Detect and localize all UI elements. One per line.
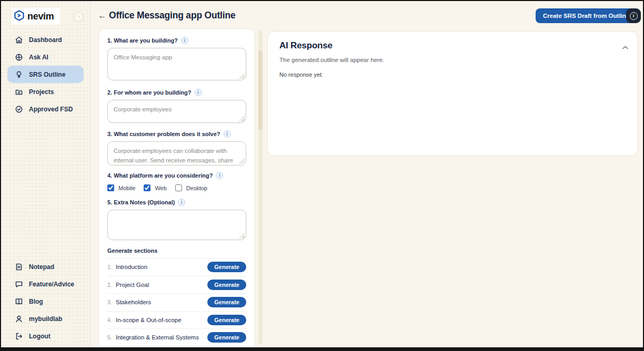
platform-desktop-label: Desktop bbox=[186, 185, 207, 191]
generate-project-goal-button[interactable]: Generate bbox=[207, 280, 246, 290]
sidebar-item-dashboard[interactable]: Dashboard bbox=[7, 31, 84, 48]
section-row-stakeholders: 3. Stakeholders Generate bbox=[107, 294, 246, 312]
sidebar-item-feature-advice[interactable]: Feature/Advice bbox=[7, 275, 84, 293]
sidebar-item-logout[interactable]: Logout bbox=[7, 327, 84, 345]
sidebar-footer-nav: Notepad Feature/Advice Blog mybuildlab bbox=[7, 258, 84, 345]
sidebar-collapse-button[interactable]: ‹ bbox=[74, 12, 84, 22]
sidebar-item-approved-fsd[interactable]: Approved FSD bbox=[7, 100, 84, 118]
sidebar-main-nav: Dashboard Ask AI SRS Outline Projects bbox=[7, 31, 84, 118]
user-icon bbox=[15, 315, 23, 323]
ai-response-title: AI Response bbox=[279, 40, 626, 51]
check-circle-icon bbox=[15, 105, 23, 113]
lightbulb-icon bbox=[15, 70, 23, 79]
create-srs-draft-button[interactable]: Create SRS Draft from Outline bbox=[536, 8, 637, 23]
brand-name: nevim bbox=[27, 11, 54, 22]
question-3-label: 3. What customer problem does it solve? … bbox=[107, 130, 246, 138]
question-2-label: 2. For whom are you building? i bbox=[107, 89, 246, 96]
sidebar-item-label: Feature/Advice bbox=[29, 281, 74, 288]
sidebar-item-label: Approved FSD bbox=[29, 106, 73, 113]
section-row-integration: 5. Integration & External Systems Genera… bbox=[107, 329, 246, 347]
platform-mobile-checkbox[interactable] bbox=[107, 184, 114, 191]
chat-icon bbox=[15, 280, 23, 288]
platform-mobile-label: Mobile bbox=[118, 185, 135, 191]
generate-introduction-button[interactable]: Generate bbox=[207, 262, 246, 272]
question-5-label: 5. Extra Notes (Optional) i bbox=[107, 199, 246, 206]
sidebar-item-label: Blog bbox=[29, 298, 43, 305]
question-1-label: 1. What are you building? i bbox=[107, 37, 246, 44]
for-whom-textarea[interactable]: Corporate employees bbox=[107, 100, 246, 123]
generate-stakeholders-button[interactable]: Generate bbox=[207, 297, 246, 307]
info-icon[interactable]: i bbox=[216, 172, 223, 179]
app-window: nevim ‹ Dashboard Ask AI SRS Outline bbox=[0, 0, 644, 351]
ai-response-subtitle: The generated outline will appear here. bbox=[279, 57, 626, 63]
folder-icon bbox=[15, 88, 23, 96]
section-row-feature-list: 6. Feature List Generate bbox=[107, 347, 246, 351]
nevim-hexagon-logo-icon bbox=[13, 9, 25, 24]
sidebar-item-label: SRS Outline bbox=[29, 71, 65, 78]
page-title: Office Messaging app Outline bbox=[109, 10, 235, 21]
info-icon[interactable]: i bbox=[178, 199, 185, 206]
logout-icon bbox=[15, 332, 23, 340]
form-scrollbar-thumb[interactable] bbox=[258, 51, 263, 130]
platform-web-checkbox[interactable] bbox=[144, 184, 150, 191]
help-info-button[interactable]: i bbox=[626, 8, 641, 23]
generate-scope-button[interactable]: Generate bbox=[207, 315, 246, 325]
back-button[interactable]: ← bbox=[98, 11, 106, 20]
info-icon[interactable]: i bbox=[195, 89, 202, 96]
info-icon[interactable]: i bbox=[181, 37, 188, 44]
sidebar-item-label: Projects bbox=[29, 88, 54, 96]
brand-logo[interactable]: nevim bbox=[12, 8, 60, 25]
extra-notes-textarea[interactable] bbox=[107, 210, 246, 240]
book-icon bbox=[15, 297, 23, 306]
generate-sections-heading: Generate sections bbox=[107, 247, 246, 254]
generate-integration-button[interactable]: Generate bbox=[207, 332, 246, 343]
platform-desktop-checkbox[interactable] bbox=[175, 184, 182, 191]
ai-response-panel: AI Response The generated outline will a… bbox=[267, 31, 638, 156]
sidebar-item-notepad[interactable]: Notepad bbox=[7, 258, 84, 275]
sections-list: 1. Introduction Generate 2. Project Goal… bbox=[107, 258, 246, 351]
platform-checkbox-row: Mobile Web Desktop bbox=[107, 184, 246, 191]
ai-response-status: No response yet. bbox=[279, 71, 626, 78]
info-icon: i bbox=[630, 12, 638, 20]
what-building-textarea[interactable]: Office Messaging app bbox=[107, 48, 246, 80]
sidebar-item-mybuildlab[interactable]: mybuildlab bbox=[7, 310, 84, 327]
sidebar-item-ask-ai[interactable]: Ask AI bbox=[7, 48, 84, 66]
sidebar: nevim ‹ Dashboard Ask AI SRS Outline bbox=[1, 1, 90, 347]
platform-web-label: Web bbox=[155, 185, 166, 191]
info-icon[interactable]: i bbox=[224, 130, 231, 138]
sidebar-item-label: Ask AI bbox=[29, 54, 48, 61]
customer-problem-textarea[interactable]: Corporate employees can collaborate with… bbox=[107, 141, 246, 166]
sidebar-item-label: Dashboard bbox=[29, 36, 62, 44]
ask-ai-icon bbox=[15, 53, 23, 61]
outline-form-panel: 1. What are you building? i Office Messa… bbox=[98, 28, 255, 351]
sidebar-item-projects[interactable]: Projects bbox=[7, 83, 84, 100]
home-icon bbox=[15, 36, 23, 44]
sidebar-item-srs-outline[interactable]: SRS Outline bbox=[7, 66, 84, 83]
note-icon bbox=[15, 263, 23, 271]
section-row-scope: 4. In-scope & Out-of-scope Generate bbox=[107, 312, 246, 329]
sidebar-item-blog[interactable]: Blog bbox=[7, 293, 84, 310]
sidebar-item-label: Notepad bbox=[29, 263, 54, 271]
chevron-up-icon[interactable] bbox=[622, 42, 628, 51]
form-scrollbar-track[interactable] bbox=[258, 30, 263, 344]
section-row-introduction: 1. Introduction Generate bbox=[107, 259, 246, 276]
section-row-project-goal: 2. Project Goal Generate bbox=[107, 276, 246, 294]
sidebar-item-label: Logout bbox=[29, 333, 51, 340]
sidebar-item-label: mybuildlab bbox=[29, 315, 62, 323]
question-4-label: 4. What platform are you considering? i bbox=[107, 172, 246, 179]
